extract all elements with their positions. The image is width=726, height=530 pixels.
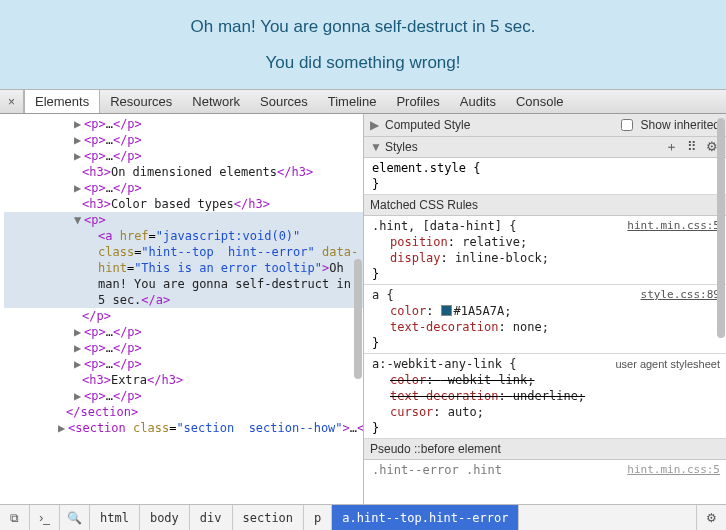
css-property[interactable]: display: inline-block; (372, 250, 720, 266)
pseudo-rule-peek: .hint--error .hint hint.min.css:5 (364, 460, 726, 480)
dom-node[interactable]: ▶<p>…</p> (4, 116, 363, 132)
dom-node[interactable]: </section> (4, 404, 363, 420)
breadcrumb-item[interactable]: section (233, 505, 305, 530)
styles-header[interactable]: ▼ Styles ＋ ⠿ ⚙ (364, 137, 726, 158)
rule-close: } (372, 335, 720, 351)
computed-style-header[interactable]: ▶ Computed Style Show inherited (364, 114, 726, 137)
preview-line-2: You did something wrong! (265, 53, 460, 73)
dom-node[interactable]: <h3>On dimensioned elements</h3> (4, 164, 363, 180)
element-style-rule[interactable]: element.style { } (364, 158, 726, 195)
disclosure-triangle-icon[interactable]: ▶ (74, 132, 84, 148)
dom-scrollbar[interactable] (354, 259, 362, 379)
show-inherited-label: Show inherited (641, 117, 720, 133)
breadcrumb-item[interactable]: html (90, 505, 140, 530)
disclosure-triangle-icon[interactable]: ▶ (74, 180, 84, 196)
panes: ▶<p>…</p>▶<p>…</p>▶<p>…</p><h3>On dimens… (0, 114, 726, 504)
element-state-icon[interactable]: ⠿ (685, 139, 699, 155)
rule-selector[interactable]: .hint, [data-hint] { (372, 218, 517, 234)
tab-timeline[interactable]: Timeline (318, 90, 387, 113)
breadcrumb-item[interactable]: p (304, 505, 332, 530)
dom-node[interactable]: ▶<p>…</p> (4, 324, 363, 340)
styles-label: Styles (385, 139, 418, 155)
console-toggle-icon[interactable]: ›_ (30, 505, 60, 530)
devtools-tabbar: × ElementsResourcesNetworkSourcesTimelin… (0, 89, 726, 114)
dom-node[interactable]: ▶<p>…</p> (4, 132, 363, 148)
search-icon[interactable]: 🔍 (60, 505, 90, 530)
ua-stylesheet-label: user agent stylesheet (615, 356, 720, 372)
pseudo-before-header: Pseudo ::before element (364, 439, 726, 460)
source-link[interactable]: style.css:89 (641, 287, 720, 303)
disclosure-triangle-icon[interactable]: ▶ (58, 420, 68, 436)
dom-node[interactable]: ▶<p>…</p> (4, 356, 363, 372)
color-swatch-icon[interactable] (441, 305, 452, 316)
tab-sources[interactable]: Sources (250, 90, 318, 113)
dom-node[interactable]: ▶<p>…</p> (4, 148, 363, 164)
tab-profiles[interactable]: Profiles (386, 90, 449, 113)
rule-open: element.style { (372, 160, 720, 176)
chevron-down-icon: ▼ (370, 139, 380, 155)
dom-node[interactable]: ▶<p>…</p> (4, 388, 363, 404)
dom-node[interactable]: <a href="javascript:void(0)" class="hint… (4, 228, 363, 308)
disclosure-triangle-icon[interactable]: ▶ (74, 340, 84, 356)
breadcrumb-item[interactable]: body (140, 505, 190, 530)
breadcrumb-item[interactable]: div (190, 505, 233, 530)
disclosure-triangle-icon[interactable]: ▶ (74, 324, 84, 340)
source-link[interactable]: hint.min.css:5 (627, 462, 720, 478)
css-property[interactable]: cursor: auto; (372, 404, 720, 420)
dom-node[interactable]: <h3>Color based types</h3> (4, 196, 363, 212)
matched-rules-header: Matched CSS Rules (364, 195, 726, 216)
dom-node[interactable]: ▶<p>…</p> (4, 340, 363, 356)
breadcrumb-item[interactable]: a.hint--top.hint--error (332, 505, 519, 530)
settings-gear-icon[interactable]: ⚙ (696, 505, 726, 530)
dom-node[interactable]: ▶<p>…</p> (4, 180, 363, 196)
css-property[interactable]: color: -webkit-link; (372, 372, 720, 388)
page-preview: Oh man! You are gonna self-destruct in 5… (0, 0, 726, 89)
disclosure-triangle-icon[interactable]: ▶ (74, 148, 84, 164)
preview-line-1: Oh man! You are gonna self-destruct in 5… (191, 17, 536, 37)
breadcrumb-bar: ⧉ ›_ 🔍 htmlbodydivsectionpa.hint--top.hi… (0, 504, 726, 530)
tab-network[interactable]: Network (182, 90, 250, 113)
dom-node[interactable]: </p> (4, 308, 363, 324)
computed-style-label: Computed Style (385, 117, 470, 133)
css-property[interactable]: text-decoration: underline; (372, 388, 720, 404)
css-property[interactable]: color: #1A5A7A; (372, 303, 720, 319)
styles-scrollbar[interactable] (717, 118, 725, 338)
css-rule[interactable]: .hint, [data-hint] {hint.min.css:5positi… (364, 216, 726, 285)
dom-node[interactable]: ▼<p> (4, 212, 363, 228)
dom-node[interactable]: ▶<section class="section section--how">…… (4, 420, 363, 436)
pseudo-before-label: Pseudo ::before element (370, 441, 501, 457)
tab-console[interactable]: Console (506, 90, 574, 113)
styles-pane[interactable]: ▶ Computed Style Show inherited ▼ Styles… (363, 114, 726, 504)
tab-resources[interactable]: Resources (100, 90, 182, 113)
rule-close: } (372, 266, 720, 282)
rule-selector[interactable]: a { (372, 287, 394, 303)
chevron-right-icon: ▶ (370, 117, 380, 133)
disclosure-triangle-icon[interactable]: ▶ (74, 388, 84, 404)
rule-close: } (372, 420, 720, 436)
disclosure-triangle-icon[interactable]: ▶ (74, 356, 84, 372)
css-property[interactable]: position: relative; (372, 234, 720, 250)
disclosure-triangle-icon[interactable]: ▶ (74, 116, 84, 132)
dom-tree-pane[interactable]: ▶<p>…</p>▶<p>…</p>▶<p>…</p><h3>On dimens… (0, 114, 363, 504)
tab-audits[interactable]: Audits (450, 90, 506, 113)
css-property[interactable]: text-decoration: none; (372, 319, 720, 335)
css-rule[interactable]: a {style.css:89color: #1A5A7A;text-decor… (364, 285, 726, 354)
rule-selector[interactable]: a:-webkit-any-link { (372, 356, 517, 372)
matched-rules-label: Matched CSS Rules (370, 197, 478, 213)
css-rule[interactable]: a:-webkit-any-link {user agent styleshee… (364, 354, 726, 439)
add-rule-icon[interactable]: ＋ (663, 139, 680, 155)
source-link[interactable]: hint.min.css:5 (627, 218, 720, 234)
dock-icon[interactable]: ⧉ (0, 505, 30, 530)
disclosure-triangle-icon[interactable]: ▼ (74, 212, 84, 228)
close-icon[interactable]: × (0, 90, 24, 113)
dom-node[interactable]: <h3>Extra</h3> (4, 372, 363, 388)
rule-close: } (372, 176, 720, 192)
tab-elements[interactable]: Elements (24, 90, 100, 113)
show-inherited-checkbox[interactable] (621, 119, 633, 131)
